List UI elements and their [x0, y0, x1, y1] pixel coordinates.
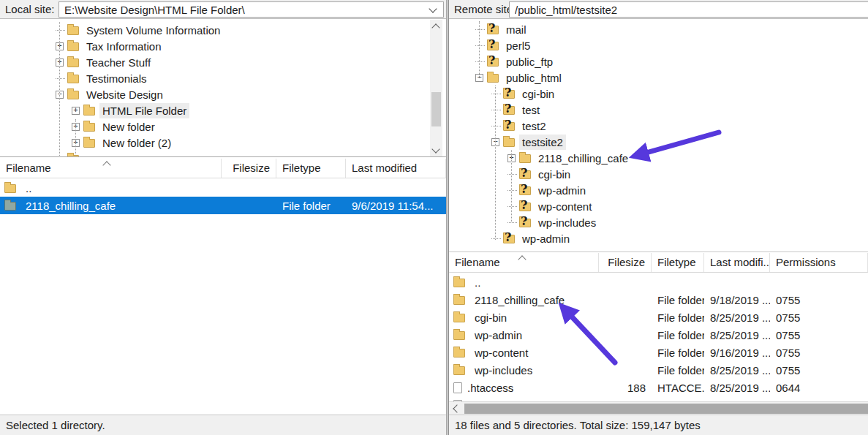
folder-icon [67, 155, 79, 158]
folder-question-icon [503, 90, 515, 99]
folder-icon [453, 296, 465, 305]
tree-vertical-scrollbar[interactable] [430, 20, 442, 157]
tree-guide-line [495, 86, 496, 240]
scrollbar-thumb[interactable] [464, 404, 868, 414]
column-header-permissions[interactable]: Permissions [770, 253, 868, 272]
column-header-filesize[interactable]: Filesize [222, 159, 276, 178]
column-header-filename[interactable]: Filename [0, 159, 222, 178]
scroll-left-icon[interactable] [453, 404, 461, 412]
local-site-label: Local site: [5, 2, 55, 17]
folder-icon [67, 91, 79, 99]
tree-item[interactable]: Testimonials [0, 70, 446, 86]
file-row[interactable]: cgi-bin File folder 8/25/2019 ... 0755 [449, 309, 868, 326]
remote-tree: mail perl5 public_ftp public_html cgi-bi… [449, 20, 868, 252]
tree-connector [507, 222, 517, 223]
tree-item[interactable]: Tax Information [0, 38, 446, 54]
tree-item[interactable]: public_ftp [449, 53, 868, 69]
tree-item[interactable]: perl5 [449, 37, 868, 53]
column-header-last-modified[interactable]: Last modifi... [704, 253, 770, 272]
local-panel: Local site: System Volume Information Ta… [0, 0, 446, 435]
scroll-down-icon[interactable] [431, 145, 439, 153]
tree-guide-line [479, 21, 480, 78]
sort-ascending-icon [102, 161, 110, 169]
tree-connector [491, 238, 501, 239]
file-row-partial[interactable] [449, 396, 868, 401]
tree-item-partial[interactable] [0, 151, 446, 157]
tree-item-testsite2[interactable]: testsite2 [449, 134, 868, 150]
local-path-combobox[interactable] [59, 1, 444, 18]
column-header-last-modified[interactable]: Last modified [346, 159, 446, 178]
tree-item[interactable]: mail [449, 21, 868, 37]
expand-plus-icon[interactable] [72, 107, 80, 115]
folder-icon [67, 26, 79, 35]
tree-item[interactable]: Teacher Stuff [0, 54, 446, 70]
local-status-text: Selected 1 directory. [0, 415, 446, 435]
file-row-parent-dir[interactable]: .. [0, 179, 446, 197]
scrollbar-thumb[interactable] [431, 92, 441, 126]
file-row-2118-chilling-cafe[interactable]: 2118_chilling_cafe File folder 9/6/2019 … [0, 197, 446, 214]
folder-icon [83, 107, 95, 116]
local-path-input[interactable] [59, 2, 443, 17]
folder-question-icon [519, 170, 531, 179]
column-header-filesize[interactable]: Filesize [599, 253, 652, 272]
folder-icon [503, 138, 515, 147]
remote-site-bar: Remote site: [449, 0, 868, 19]
remote-path-combobox[interactable] [509, 1, 868, 18]
column-header-filetype[interactable]: Filetype [652, 253, 704, 272]
remote-panel: Remote site: mail perl5 public_ftp publi… [448, 0, 868, 435]
folder-icon [453, 331, 465, 340]
folder-icon [453, 366, 465, 375]
folder-icon [4, 184, 16, 193]
file-row-parent-dir[interactable]: .. [449, 273, 868, 291]
folder-icon [453, 349, 465, 358]
file-row-htaccess[interactable]: .htaccess 188 HTACCE... 8/25/2019 ... 06… [449, 379, 868, 396]
tree-connector [491, 94, 501, 94]
remote-path-input[interactable] [510, 2, 868, 17]
scroll-up-icon[interactable] [431, 23, 439, 31]
tree-connector [491, 110, 501, 110]
folder-icon [4, 202, 16, 211]
tree-connector [475, 29, 485, 30]
horizontal-scrollbar[interactable] [449, 401, 868, 415]
folder-icon [83, 123, 95, 132]
tree-connector [507, 190, 517, 191]
tree-connector [507, 174, 517, 175]
folder-question-icon [519, 219, 531, 227]
remote-file-list: .. 2118_chilling_cafe File folder 9/18/2… [449, 273, 868, 401]
file-row[interactable]: wp-includes File folder 8/25/2019 ... 07… [449, 361, 868, 379]
tree-connector [475, 61, 485, 62]
folder-question-icon [503, 235, 515, 243]
tree-guide-line [511, 150, 512, 222]
folder-question-icon [487, 42, 499, 50]
tree-item[interactable]: test [449, 102, 868, 118]
tree-item[interactable]: cgi-bin [449, 86, 868, 102]
local-tree: System Volume Information Tax Informatio… [0, 20, 446, 157]
tree-item[interactable]: New folder [0, 118, 446, 135]
folder-icon [83, 139, 95, 148]
tree-item-public-html[interactable]: public_html [449, 69, 868, 86]
tree-item[interactable]: test2 [449, 118, 868, 134]
folder-question-icon [503, 106, 515, 115]
tree-item[interactable]: System Volume Information [0, 22, 446, 38]
tree-item-html-file-folder[interactable]: HTML File Folder [0, 102, 446, 118]
folder-question-icon [503, 122, 515, 131]
file-row[interactable]: wp-admin File folder 8/25/2019 ... 0755 [449, 326, 868, 344]
folder-question-icon [487, 26, 499, 34]
file-row[interactable]: wp-content File folder 9/16/2019 ... 075… [449, 344, 868, 361]
local-site-bar: Local site: [0, 0, 446, 19]
folder-icon [487, 74, 499, 83]
tree-connector [507, 206, 517, 207]
tree-connector [56, 30, 65, 31]
column-header-filetype[interactable]: Filetype [276, 159, 346, 178]
remote-status-text: 18 files and 5 directories. Total size: … [449, 415, 868, 435]
tree-connector [475, 45, 485, 46]
tree-connector [491, 126, 501, 126]
column-header-filename[interactable]: Filename [449, 253, 599, 272]
file-row-2118-chilling-cafe[interactable]: 2118_chilling_cafe File folder 9/18/2019… [449, 291, 868, 309]
sort-ascending-icon [518, 255, 526, 263]
tree-item[interactable]: wp-admin [449, 230, 868, 246]
tree-item-website-design[interactable]: Website Design [0, 86, 446, 102]
folder-icon [67, 75, 79, 83]
tree-item[interactable]: New folder (2) [0, 135, 446, 151]
folder-icon [453, 279, 465, 287]
